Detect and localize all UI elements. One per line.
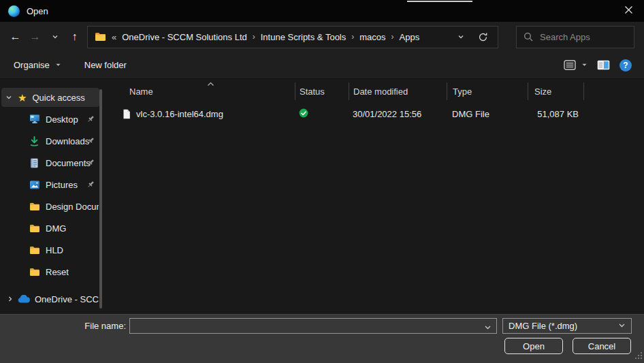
change-view-button[interactable] — [564, 60, 587, 70]
new-folder-label: New folder — [84, 60, 127, 70]
sidebar-item-onedrive[interactable]: OneDrive - SCCM Solutions Ltd — [0, 288, 109, 310]
navigation-bar: ← → ↑ « OneDrive - SCCM Solutions Ltd › … — [0, 22, 644, 52]
file-status-cell — [295, 108, 349, 120]
file-size-cell: 51,087 KB — [528, 109, 583, 119]
open-file-dialog: Open ← → ↑ « OneDrive - SCCM Solutions L… — [0, 0, 644, 363]
sidebar-item-quick-access[interactable]: ★ Quick access — [1, 88, 99, 107]
file-icon — [123, 109, 131, 119]
sidebar-item-label: HLD — [46, 245, 63, 255]
downloads-icon — [29, 136, 40, 146]
sidebar-item-label: Design Documents — [46, 202, 99, 212]
breadcrumb-separator-icon: › — [386, 32, 400, 42]
details-view-icon — [564, 60, 576, 70]
chevron-down-icon — [618, 321, 626, 331]
open-button[interactable]: Open — [504, 338, 563, 354]
resize-grip[interactable] — [634, 351, 643, 362]
column-header-filler — [583, 82, 644, 100]
breadcrumb-segment[interactable]: Intune Scripts & Tools — [261, 32, 347, 42]
file-name-cell[interactable]: vlc-3.0.16-intel64.dmg — [109, 109, 295, 119]
help-button[interactable]: ? — [619, 59, 632, 72]
breadcrumb-segment[interactable]: Apps — [400, 32, 420, 42]
pin-icon — [86, 114, 95, 126]
edge-app-icon — [8, 5, 20, 17]
search-input[interactable] — [540, 32, 627, 42]
file-name: vlc-3.0.16-intel64.dmg — [136, 109, 223, 119]
column-header-row: Name Status Date modified Type Size — [109, 81, 644, 101]
address-dropdown-button[interactable] — [457, 33, 464, 40]
sidebar-item-label: Reset — [46, 267, 69, 277]
chevron-down-icon — [5, 94, 12, 101]
file-list: Name Status Date modified Type Size vlc-… — [109, 80, 644, 314]
file-name-label: File name: — [61, 321, 126, 331]
column-header-size[interactable]: Size — [528, 82, 583, 100]
folder-icon — [29, 246, 40, 255]
sidebar-item-label: Pictures — [46, 180, 78, 190]
refresh-icon — [478, 32, 488, 42]
recent-locations-button[interactable] — [45, 27, 65, 47]
search-box[interactable] — [516, 26, 634, 48]
organise-label: Organise — [14, 60, 50, 70]
help-icon: ? — [623, 61, 628, 70]
file-row[interactable]: vlc-3.0.16-intel64.dmg 30/01/2022 15:56 … — [109, 105, 644, 123]
pin-icon — [86, 136, 95, 148]
close-button[interactable] — [613, 0, 644, 22]
background-window-artifact — [407, 1, 472, 2]
navigation-sidebar: ★ Quick access Desktop Downloads — [0, 80, 109, 314]
cancel-button[interactable]: Cancel — [573, 338, 631, 354]
file-type-filter-value: DMG File (*.dmg) — [509, 321, 577, 331]
pin-icon — [86, 180, 95, 191]
search-icon — [524, 32, 533, 42]
column-header-type[interactable]: Type — [447, 82, 528, 100]
back-button[interactable]: ← — [5, 27, 25, 47]
sidebar-item-desktop[interactable]: Desktop — [0, 108, 109, 130]
main-area: ★ Quick access Desktop Downloads — [0, 80, 644, 314]
sidebar-item-label: DMG — [46, 223, 66, 234]
file-name-input[interactable] — [129, 318, 497, 334]
quick-access-star-icon: ★ — [18, 93, 27, 103]
chevron-down-icon — [52, 31, 59, 43]
documents-icon — [29, 158, 40, 168]
sidebar-item-label: Downloads — [46, 136, 89, 146]
chevron-right-icon — [7, 296, 14, 302]
folder-icon — [29, 268, 40, 277]
forward-button[interactable]: → — [25, 27, 45, 47]
titlebar: Open — [0, 0, 644, 22]
breadcrumb-separator-icon: › — [346, 32, 359, 42]
sidebar-scrollbar[interactable] — [99, 89, 102, 309]
back-icon: ← — [10, 31, 21, 43]
up-button[interactable]: ↑ — [65, 27, 84, 47]
breadcrumb-overflow-icon[interactable]: « — [112, 32, 116, 42]
breadcrumb-segment[interactable]: macos — [359, 32, 385, 42]
new-folder-button[interactable]: New folder — [84, 60, 127, 70]
sidebar-item-documents[interactable]: Documents — [0, 152, 109, 174]
column-header-date-modified[interactable]: Date modified — [349, 82, 447, 100]
dialog-footer: File name: DMG File (*.dmg) Open Cancel — [0, 314, 644, 363]
sidebar-item-label: Quick access — [32, 93, 84, 103]
desktop-icon — [29, 114, 40, 124]
sidebar-item-downloads[interactable]: Downloads — [0, 130, 109, 152]
sidebar-item-reset[interactable]: Reset — [0, 261, 109, 283]
sidebar-item-pictures[interactable]: Pictures — [0, 174, 109, 195]
pin-icon — [86, 158, 95, 170]
organise-menu-button[interactable]: Organise — [14, 60, 61, 70]
sidebar-item-hld[interactable]: HLD — [0, 239, 109, 261]
sidebar-item-label: OneDrive - SCCM Solutions Ltd — [35, 294, 99, 304]
onedrive-cloud-icon — [17, 295, 30, 303]
folder-icon — [29, 202, 40, 211]
preview-pane-icon — [597, 60, 610, 70]
breadcrumb-segment[interactable]: OneDrive - SCCM Solutions Ltd — [122, 32, 247, 42]
toolbar-right-group: ? — [564, 59, 632, 72]
refresh-button[interactable] — [478, 32, 488, 42]
file-type-filter-dropdown[interactable]: DMG File (*.dmg) — [502, 318, 632, 334]
sidebar-item-design-documents[interactable]: Design Documents — [0, 195, 109, 217]
sort-ascending-icon — [207, 78, 214, 89]
sidebar-item-dmg[interactable]: DMG — [0, 217, 109, 239]
folder-icon — [29, 224, 40, 233]
column-header-status[interactable]: Status — [295, 82, 349, 100]
pictures-icon — [29, 180, 40, 189]
preview-pane-button[interactable] — [597, 60, 610, 70]
address-bar[interactable]: « OneDrive - SCCM Solutions Ltd › Intune… — [87, 26, 498, 48]
command-toolbar: Organise New folder ? — [0, 52, 644, 79]
file-date-cell: 30/01/2022 15:56 — [349, 109, 447, 119]
column-header-name[interactable]: Name — [109, 82, 295, 100]
